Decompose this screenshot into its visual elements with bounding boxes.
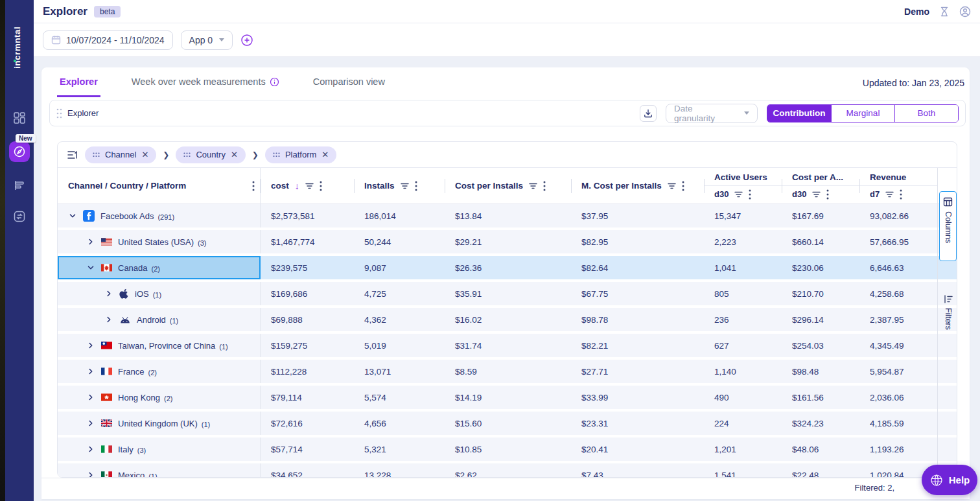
explorer-compass-icon[interactable]: New <box>9 141 30 162</box>
kebab-menu-icon[interactable] <box>900 189 902 200</box>
table-row[interactable]: Canada(2)$239,5759,087$26.36$82.641,041$… <box>58 256 957 279</box>
sort-desc-icon[interactable]: ↓ <box>295 181 299 191</box>
value-cell: $296.14 <box>782 308 859 331</box>
chevron-right-icon[interactable] <box>86 342 95 349</box>
tab-explorer[interactable]: Explorer <box>57 76 100 97</box>
add-app-button[interactable] <box>240 34 253 47</box>
chevron-right-icon[interactable] <box>86 367 95 375</box>
columns-panel-tab[interactable]: Columns <box>939 191 957 261</box>
dashboard-grid-icon[interactable] <box>12 110 27 126</box>
value-cell: $82.64 <box>571 256 704 279</box>
chevron-down-icon[interactable] <box>86 264 95 272</box>
tree-cell[interactable]: Hong Kong(2) <box>58 386 261 409</box>
tree-cell[interactable]: France(2) <box>58 360 261 383</box>
chip-channel[interactable]: Channel ✕ <box>85 146 156 163</box>
table-row[interactable]: Hong Kong(2)$79,1145,574$14.19$33.99490$… <box>58 386 957 409</box>
table-row[interactable]: United Kingdom (UK)(1)$72,6164,656$15.60… <box>58 412 957 435</box>
row-label: Canada <box>118 263 148 273</box>
tree-cell[interactable]: Mexico(1) <box>58 463 261 478</box>
tree-cell[interactable]: Italy(3) <box>58 437 261 461</box>
kebab-menu-icon[interactable] <box>320 181 322 191</box>
chevron-right-icon[interactable] <box>86 419 95 427</box>
download-button[interactable] <box>640 105 657 122</box>
date-granularity-select[interactable]: Date granularity <box>666 104 758 123</box>
filter-icon[interactable] <box>885 191 894 198</box>
value-cell: $23.31 <box>571 412 704 435</box>
column-header-revenue[interactable]: Revenue d7 <box>859 168 937 204</box>
marginal-button[interactable]: Marginal <box>831 105 894 122</box>
filter-icon[interactable] <box>812 191 821 198</box>
column-header-cost-per-installs[interactable]: Cost per Installs <box>445 168 571 204</box>
value-cell: $324.23 <box>782 412 859 435</box>
reports-bars-icon[interactable] <box>12 178 27 193</box>
kebab-menu-icon[interactable] <box>543 181 546 191</box>
app-select[interactable]: App 0 <box>181 30 233 50</box>
chevron-right-icon[interactable] <box>104 290 113 297</box>
history-hourglass-icon[interactable] <box>939 6 950 17</box>
chevron-right-icon[interactable] <box>86 471 95 478</box>
row-count: (1) <box>153 291 161 299</box>
tab-week-over-week[interactable]: Week over week measurements <box>129 76 282 97</box>
tree-cell[interactable]: United States (USA)(3) <box>58 230 261 253</box>
filter-icon[interactable] <box>734 191 743 198</box>
drag-dots-icon <box>93 152 100 157</box>
filter-icon[interactable] <box>401 183 409 189</box>
help-button[interactable]: Help <box>922 465 977 495</box>
row-label: iOS <box>135 289 149 299</box>
table-row[interactable]: France(2)$112,22813,071$8.59$27.711,140$… <box>58 360 957 383</box>
date-range-picker[interactable]: 10/07/2024 - 11/10/2024 <box>43 30 173 50</box>
kebab-menu-icon[interactable] <box>252 181 255 191</box>
filter-icon[interactable] <box>305 183 314 189</box>
tab-comparison-view[interactable]: Comparison view <box>310 76 388 97</box>
chevron-right-icon[interactable] <box>104 316 113 323</box>
row-count: (3) <box>198 239 206 247</box>
table-row[interactable]: United States (USA)(3)$1,467,77450,244$2… <box>58 230 957 253</box>
chevron-down-icon[interactable] <box>68 212 77 220</box>
table-row[interactable]: iOS(1)$169,6864,725$35.91$67.75805$210.7… <box>58 282 957 305</box>
tree-cell[interactable]: Facebook Ads(291) <box>58 204 261 227</box>
value-cell: 1,140 <box>704 360 782 383</box>
drag-handle-icon[interactable] <box>56 108 62 119</box>
tree-cell[interactable]: Android(1) <box>58 308 261 331</box>
chip-country[interactable]: Country ✕ <box>176 146 245 163</box>
kebab-menu-icon[interactable] <box>415 181 417 191</box>
column-header-cost-per-active[interactable]: Cost per A... d30 <box>782 168 859 204</box>
tree-cell[interactable]: iOS(1) <box>58 282 261 305</box>
both-button[interactable]: Both <box>894 105 958 122</box>
chevron-right-icon[interactable] <box>86 393 95 401</box>
kebab-menu-icon[interactable] <box>826 189 829 200</box>
column-header-installs[interactable]: Installs <box>354 168 445 204</box>
chevron-right-icon: ❯ <box>163 150 169 159</box>
swap-arrows-icon[interactable] <box>12 209 27 224</box>
value-cell: 4,345.49 <box>859 334 937 357</box>
close-icon[interactable]: ✕ <box>141 150 148 159</box>
table-row[interactable]: Italy(3)$57,7145,321$10.85$20.411,201$48… <box>58 437 957 461</box>
kebab-menu-icon[interactable] <box>749 189 751 200</box>
value-cell: $82.95 <box>571 230 704 253</box>
flag-taiwan-icon <box>101 342 112 349</box>
table-row[interactable]: Taiwan, Province of China(1)$159,2755,01… <box>58 334 957 357</box>
kebab-menu-icon[interactable] <box>682 181 684 191</box>
close-icon[interactable]: ✕ <box>321 150 329 159</box>
table-row[interactable]: Mexico(1)$34,65213,228$2.62$7.431,541$22… <box>58 463 957 478</box>
account-name[interactable]: Demo <box>904 6 929 17</box>
tree-column-header[interactable]: Channel / Country / Platform <box>58 168 261 204</box>
column-header-active-users[interactable]: Active Users d30 <box>704 168 782 204</box>
table-row[interactable]: Android(1)$69,8884,362$16.02$98.78236$29… <box>58 308 957 331</box>
column-header-m-cost-per-installs[interactable]: M. Cost per Installs <box>571 168 704 204</box>
filter-icon[interactable] <box>529 183 537 189</box>
chip-platform[interactable]: Platform ✕ <box>265 146 336 163</box>
table-row[interactable]: Facebook Ads(291)$2,573,581186,014$13.84… <box>58 204 957 227</box>
user-avatar-icon[interactable] <box>959 6 971 17</box>
hierarchy-sort-icon[interactable] <box>67 150 78 160</box>
tree-cell[interactable]: Canada(2) <box>58 256 261 279</box>
tree-cell[interactable]: Taiwan, Province of China(1) <box>58 334 261 357</box>
chevron-right-icon[interactable] <box>86 445 95 453</box>
filter-icon[interactable] <box>668 183 676 189</box>
contribution-button[interactable]: Contribution <box>767 105 831 122</box>
close-icon[interactable]: ✕ <box>231 150 238 159</box>
tree-cell[interactable]: United Kingdom (UK)(1) <box>58 412 261 435</box>
chevron-right-icon[interactable] <box>86 238 95 246</box>
filters-panel-tab[interactable]: Filters <box>939 290 957 348</box>
column-header-cost[interactable]: cost ↓ <box>261 168 354 204</box>
